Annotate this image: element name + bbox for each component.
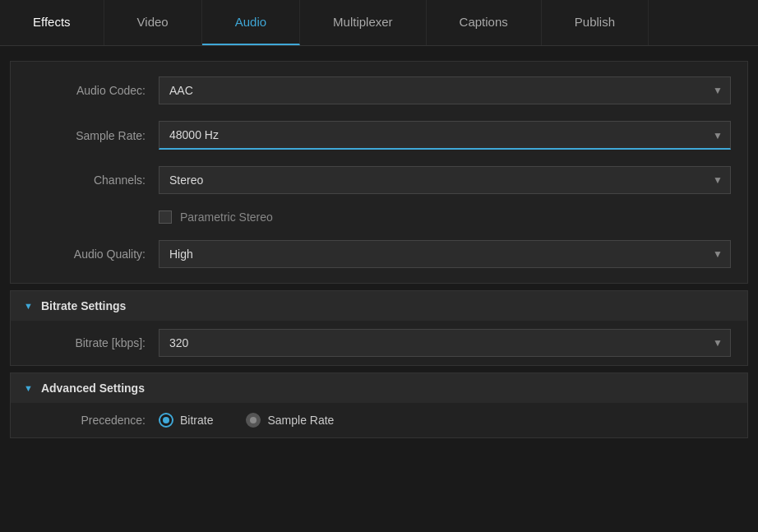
- sample-rate-radio-item[interactable]: Sample Rate: [246, 413, 334, 428]
- parametric-stereo-checkbox[interactable]: [159, 210, 172, 224]
- tab-audio[interactable]: Audio: [202, 0, 300, 45]
- sample-rate-wrapper: 44100 Hz 48000 Hz 96000 Hz 192000 Hz: [159, 121, 731, 150]
- audio-quality-wrapper: Low Medium High Highest: [159, 240, 731, 268]
- channels-wrapper: Mono Stereo 5.1: [159, 166, 731, 194]
- bitrate-collapse-icon: ▼: [24, 301, 33, 311]
- audio-quality-row: Audio Quality: Low Medium High Highest: [11, 232, 747, 276]
- bitrate-wrapper: 128 192 256 320 512: [159, 329, 731, 357]
- advanced-collapse-icon: ▼: [24, 383, 33, 393]
- audio-quality-label: Audio Quality:: [27, 247, 159, 261]
- bitrate-label: Bitrate [kbps]:: [27, 336, 159, 349]
- bitrate-radio-item[interactable]: Bitrate: [159, 413, 213, 428]
- bitrate-section-title: Bitrate Settings: [41, 299, 126, 312]
- audio-codec-label: Audio Codec:: [27, 84, 159, 97]
- tab-effects[interactable]: Effects: [0, 0, 104, 45]
- tab-captions[interactable]: Captions: [427, 0, 542, 45]
- sample-rate-radio-label: Sample Rate: [267, 414, 334, 427]
- sample-rate-row: Sample Rate: 44100 Hz 48000 Hz 96000 Hz …: [11, 113, 747, 158]
- tab-publish[interactable]: Publish: [542, 0, 649, 45]
- channels-row: Channels: Mono Stereo 5.1: [11, 158, 747, 202]
- audio-codec-row: Audio Codec: AAC MP3 Opus Vorbis: [11, 68, 747, 113]
- tab-bar: Effects Video Audio Multiplexer Captions…: [0, 0, 758, 46]
- precedence-label: Precedence:: [27, 414, 159, 427]
- advanced-section-header[interactable]: ▼ Advanced Settings: [11, 373, 747, 403]
- channels-label: Channels:: [27, 173, 159, 187]
- audio-codec-wrapper: AAC MP3 Opus Vorbis: [159, 76, 731, 104]
- main-content: Audio Codec: AAC MP3 Opus Vorbis Sample …: [0, 46, 758, 453]
- precedence-radio-group: Bitrate Sample Rate: [159, 413, 334, 428]
- bitrate-select[interactable]: 128 192 256 320 512: [159, 329, 731, 357]
- bitrate-section-header[interactable]: ▼ Bitrate Settings: [11, 291, 747, 321]
- bitrate-row: Bitrate [kbps]: 128 192 256 320 512: [11, 321, 747, 365]
- advanced-section-title: Advanced Settings: [41, 382, 145, 395]
- audio-quality-select[interactable]: Low Medium High Highest: [159, 240, 731, 268]
- parametric-stereo-row: Parametric Stereo: [11, 202, 747, 232]
- precedence-row: Precedence: Bitrate Sample Rate: [11, 403, 747, 437]
- tab-multiplexer[interactable]: Multiplexer: [300, 0, 427, 45]
- bitrate-radio-label: Bitrate: [180, 414, 213, 427]
- audio-settings-panel: Audio Codec: AAC MP3 Opus Vorbis Sample …: [10, 61, 748, 284]
- sample-rate-radio-button[interactable]: [246, 413, 261, 428]
- parametric-stereo-label: Parametric Stereo: [180, 210, 273, 224]
- sample-rate-label: Sample Rate:: [27, 129, 159, 142]
- bitrate-radio-button[interactable]: [159, 413, 173, 428]
- sample-rate-select[interactable]: 44100 Hz 48000 Hz 96000 Hz 192000 Hz: [159, 121, 731, 150]
- audio-codec-select[interactable]: AAC MP3 Opus Vorbis: [159, 76, 731, 104]
- channels-select[interactable]: Mono Stereo 5.1: [159, 166, 731, 194]
- advanced-section: ▼ Advanced Settings Precedence: Bitrate …: [10, 372, 748, 438]
- bitrate-section: ▼ Bitrate Settings Bitrate [kbps]: 128 1…: [10, 290, 748, 366]
- tab-video[interactable]: Video: [104, 0, 202, 45]
